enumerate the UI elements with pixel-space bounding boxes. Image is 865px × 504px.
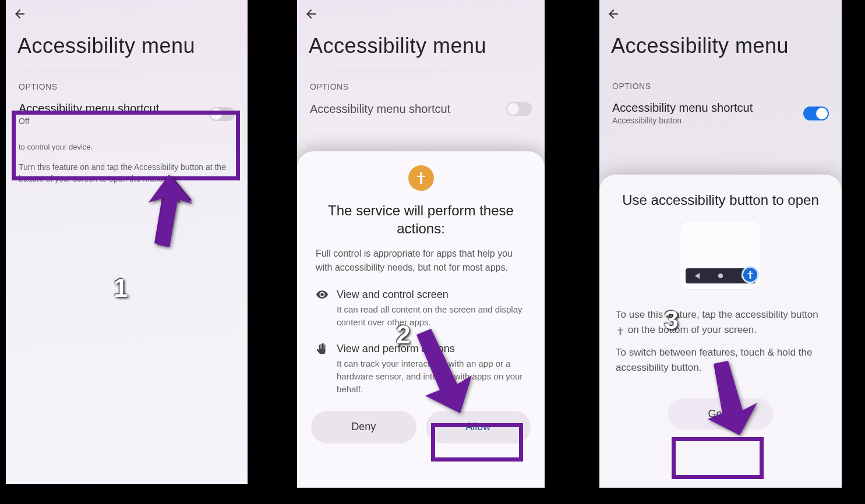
- section-header-options: OPTIONS: [297, 70, 545, 96]
- page-title: Accessibility menu: [297, 28, 545, 70]
- svg-point-5: [620, 327, 622, 329]
- eye-icon: [316, 287, 329, 329]
- got-it-button[interactable]: Got it: [668, 398, 773, 430]
- svg-point-4: [750, 271, 751, 272]
- sheet-body-1: To use this feature, tap the accessibili…: [616, 307, 825, 337]
- nav-home-icon: [718, 274, 723, 278]
- arrow-left-icon: [13, 7, 27, 21]
- illustration-navbar: [680, 220, 761, 290]
- info-sheet: Use accessibility button to open To use …: [599, 175, 842, 488]
- description-instructions: Turn this feature on and tap the Accessi…: [6, 157, 248, 189]
- shortcut-toggle: [506, 102, 532, 116]
- screen-3: Accessibility menu OPTIONS Accessibility…: [599, 0, 842, 488]
- setting-accessibility-shortcut[interactable]: Accessibility menu shortcut Accessibilit…: [599, 95, 842, 131]
- arrow-left-icon: [304, 7, 318, 21]
- page-title: Accessibility menu: [599, 28, 842, 70]
- permission-sheet: The service will perform these actions: …: [297, 151, 545, 488]
- allow-button[interactable]: Allow: [426, 411, 531, 443]
- screen-1: Accessibility menu OPTIONS Accessibility…: [6, 0, 248, 484]
- setting-accessibility-shortcut: Accessibility menu shortcut: [297, 96, 545, 122]
- permission-title: View and control screen: [337, 287, 526, 302]
- permission-title: View and perform actions: [337, 341, 526, 356]
- back-button[interactable]: [599, 0, 627, 28]
- sheet-body-2: To switch between features, touch & hold…: [616, 345, 825, 375]
- sheet-intro: Full control is appropriate for apps tha…: [297, 247, 545, 274]
- section-header-options: OPTIONS: [6, 70, 248, 96]
- shortcut-toggle[interactable]: [803, 107, 829, 120]
- setting-title: Accessibility menu shortcut: [19, 102, 209, 115]
- svg-point-2: [420, 172, 422, 175]
- setting-title: Accessibility menu shortcut: [612, 101, 803, 115]
- screen-2: Accessibility menu OPTIONS Accessibility…: [297, 0, 545, 488]
- section-header-options: OPTIONS: [599, 70, 842, 95]
- accessibility-inline-icon: [616, 325, 625, 335]
- permission-view-screen: View and control screen It can read all …: [316, 287, 526, 329]
- shortcut-toggle[interactable]: [209, 107, 235, 121]
- setting-subtitle: Accessibility button: [612, 116, 803, 125]
- setting-title: Accessibility menu shortcut: [310, 102, 506, 116]
- deny-button[interactable]: Deny: [311, 411, 416, 443]
- sheet-title: The service will perform these actions:: [297, 201, 545, 247]
- setting-accessibility-shortcut[interactable]: Accessibility menu shortcut Off: [6, 96, 248, 132]
- setting-subtitle: Off: [19, 116, 209, 126]
- arrow-left-icon: [606, 7, 620, 21]
- back-button[interactable]: [297, 0, 325, 28]
- sheet-title: Use accessibility button to open: [616, 192, 825, 208]
- accessibility-button-icon: [742, 266, 759, 283]
- accessibility-icon: [408, 165, 434, 191]
- page-title: Accessibility menu: [6, 28, 248, 70]
- permission-desc: It can track your interactions with an a…: [337, 357, 526, 395]
- back-button[interactable]: [6, 0, 34, 28]
- hand-icon: [316, 341, 329, 395]
- permission-perform-actions: View and perform actions It can track yo…: [316, 341, 526, 395]
- description-partial: to control your device.: [6, 132, 248, 157]
- permission-desc: It can read all content on the screen an…: [337, 303, 526, 329]
- nav-back-icon: [695, 273, 700, 279]
